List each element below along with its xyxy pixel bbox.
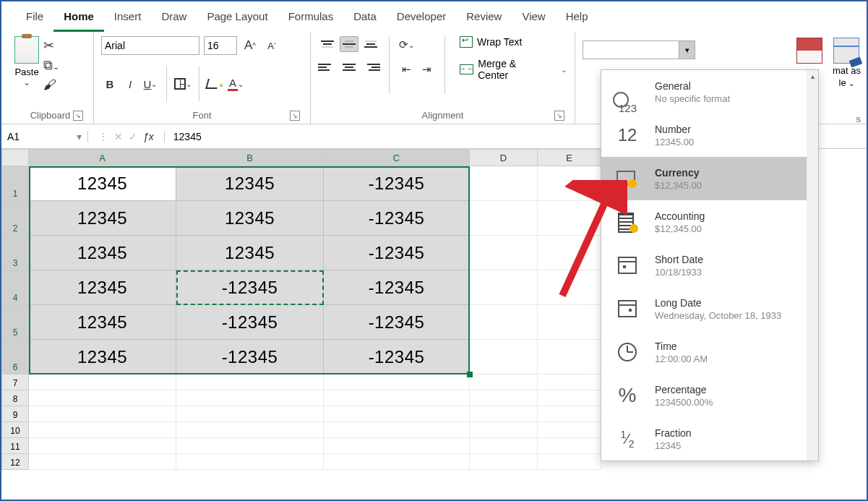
cell[interactable]: 12345: [29, 166, 176, 201]
tab-developer[interactable]: Developer: [387, 7, 456, 32]
format-as-table-button[interactable]: mat as le ⌄: [833, 38, 861, 88]
decrease-font-button[interactable]: Aˇ: [263, 37, 280, 54]
cell[interactable]: [538, 422, 601, 438]
number-format-input[interactable]: [583, 41, 679, 59]
cell[interactable]: 12345: [176, 166, 324, 201]
align-center-button[interactable]: [340, 59, 358, 75]
column-header[interactable]: E: [538, 149, 601, 166]
cell[interactable]: -12345: [324, 305, 470, 340]
font-color-button[interactable]: A ⌄: [227, 75, 244, 93]
fill-handle[interactable]: [467, 372, 473, 377]
tab-data[interactable]: Data: [343, 7, 387, 32]
row-header[interactable]: 7: [1, 374, 29, 390]
format-option-time[interactable]: Time12:00:00 AM: [601, 330, 818, 374]
confirm-icon[interactable]: ✓: [129, 131, 137, 142]
increase-font-button[interactable]: A^: [241, 37, 259, 54]
cell[interactable]: -12345: [324, 270, 470, 305]
row-header[interactable]: 9: [1, 406, 29, 422]
cell[interactable]: [176, 422, 324, 438]
cell[interactable]: [538, 390, 601, 406]
cell[interactable]: [538, 454, 601, 470]
row-header[interactable]: 10: [1, 422, 29, 438]
merge-center-button[interactable]: Merge & Center ⌄: [460, 58, 567, 81]
cell[interactable]: 12345: [29, 340, 176, 374]
align-bottom-button[interactable]: [361, 36, 380, 52]
cut-button[interactable]: ✂: [43, 38, 59, 53]
cell[interactable]: [29, 390, 176, 406]
dialog-launcher-icon[interactable]: ↘: [73, 111, 83, 121]
format-option-percentage[interactable]: %Percentage1234500.00%: [601, 374, 818, 417]
scroll-up-icon[interactable]: ▴: [807, 70, 818, 82]
format-option-shortdate[interactable]: Short Date10/18/1933: [601, 244, 818, 287]
cell[interactable]: 12345: [176, 201, 324, 236]
cell[interactable]: -12345: [324, 166, 470, 201]
tab-file[interactable]: File: [16, 7, 53, 32]
borders-button[interactable]: ⌄: [174, 75, 192, 93]
cell[interactable]: -12345: [324, 201, 470, 236]
column-header[interactable]: A: [29, 149, 176, 166]
row-header[interactable]: 6: [1, 340, 29, 374]
row-header[interactable]: 12: [1, 454, 29, 470]
cell[interactable]: 12345: [29, 305, 176, 340]
cancel-icon[interactable]: ✕: [114, 131, 123, 142]
cell[interactable]: -12345: [176, 270, 324, 305]
dialog-launcher-icon[interactable]: ↘: [290, 111, 300, 121]
cell[interactable]: [538, 438, 601, 454]
wrap-text-button[interactable]: Wrap Text: [460, 36, 567, 48]
font-name-combo[interactable]: [101, 36, 199, 55]
format-option-currency[interactable]: Currency$12,345.00: [601, 157, 818, 200]
cell[interactable]: [538, 406, 601, 422]
cell[interactable]: [470, 305, 538, 340]
cell[interactable]: [324, 406, 470, 422]
cell[interactable]: [29, 406, 176, 422]
tab-review[interactable]: Review: [456, 7, 512, 32]
tab-insert[interactable]: Insert: [104, 7, 152, 32]
column-header[interactable]: B: [176, 149, 324, 166]
row-header[interactable]: 8: [1, 390, 29, 406]
cell[interactable]: [470, 340, 538, 374]
cell[interactable]: [324, 422, 470, 438]
cell[interactable]: [538, 305, 601, 340]
row-header[interactable]: 3: [1, 236, 29, 270]
cell[interactable]: [470, 438, 538, 454]
bold-button[interactable]: B: [101, 75, 119, 93]
cell[interactable]: [176, 406, 324, 422]
chevron-down-icon[interactable]: ▾: [679, 41, 695, 59]
cell[interactable]: [324, 374, 470, 390]
tab-help[interactable]: Help: [556, 7, 598, 32]
cell[interactable]: [538, 340, 601, 374]
format-option-longdate[interactable]: Long DateWednesday, October 18, 1933: [601, 287, 818, 330]
paste-button[interactable]: Paste ⌄: [14, 36, 39, 87]
cell[interactable]: [29, 454, 176, 470]
row-header[interactable]: 5: [1, 305, 29, 340]
cell[interactable]: [29, 438, 176, 454]
cell[interactable]: [324, 390, 470, 406]
cell[interactable]: [470, 406, 538, 422]
cell[interactable]: [176, 454, 324, 470]
cell[interactable]: [176, 438, 324, 454]
dialog-launcher-icon[interactable]: ↘: [554, 111, 564, 121]
fx-icon[interactable]: ƒx: [143, 131, 154, 142]
orientation-button[interactable]: ⟳ ⌄: [398, 36, 416, 53]
row-header[interactable]: 11: [1, 438, 29, 454]
fill-color-button[interactable]: ⌄: [207, 75, 224, 93]
cell[interactable]: [538, 374, 601, 390]
cell[interactable]: -12345: [176, 340, 324, 374]
tab-formulas[interactable]: Formulas: [278, 7, 344, 32]
cell[interactable]: [470, 201, 538, 236]
cell[interactable]: [470, 236, 538, 270]
underline-button[interactable]: U ⌄: [142, 75, 159, 93]
scrollbar[interactable]: ▴: [807, 70, 818, 461]
cell[interactable]: 12345: [29, 270, 176, 305]
cell[interactable]: [470, 166, 538, 201]
cell[interactable]: [470, 374, 538, 390]
tab-view[interactable]: View: [512, 7, 555, 32]
tab-home[interactable]: Home: [53, 7, 104, 32]
column-header[interactable]: C: [324, 149, 470, 166]
decrease-indent-button[interactable]: ⇤: [398, 61, 416, 78]
cell[interactable]: [176, 390, 324, 406]
copy-button[interactable]: ⧉⌄: [43, 58, 59, 73]
align-top-button[interactable]: [318, 36, 337, 52]
name-box[interactable]: A1 ▾: [1, 131, 88, 142]
cell[interactable]: [29, 374, 176, 390]
